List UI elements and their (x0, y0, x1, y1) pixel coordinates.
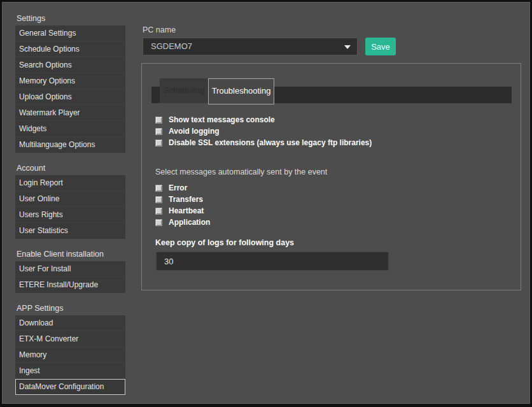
option-row: Disable SSL extensions (always use legac… (155, 137, 372, 148)
sidebar-item-ingest[interactable]: Ingest (15, 363, 125, 379)
sidebar-section-app-settings: APP Settings Download ETX-M Converter Me… (15, 304, 125, 395)
tab-scheduling[interactable]: Scheduling (160, 78, 208, 103)
sidebar-section-account: Account Login Report User Online Users R… (15, 164, 125, 239)
sidebar-item-multilanguage-options[interactable]: Multilanguage Options (15, 137, 125, 153)
sidebar-item-memory-options[interactable]: Memory Options (15, 73, 125, 89)
save-button[interactable]: Save (365, 38, 396, 55)
sidebar-section-title: Account (15, 164, 125, 173)
sidebar-list-client-install: User For Install ETERE Install/Upgrade (15, 261, 125, 293)
sidebar-item-widgets[interactable]: Widgets (15, 121, 125, 137)
message-option-row: Transfers (155, 194, 203, 205)
checkbox-error[interactable] (155, 185, 162, 192)
option-row: Avoid logging (155, 125, 220, 137)
sidebar-list-app-settings: Download ETX-M Converter Memory Ingest D… (15, 315, 125, 395)
pc-name-label: PC name (143, 25, 176, 34)
checkbox-label: Disable SSL extensions (always use legac… (169, 138, 372, 147)
sidebar-list-settings: General Settings Schedule Options Search… (15, 25, 125, 153)
sidebar-item-search-options[interactable]: Search Options (15, 57, 125, 73)
sidebar-section-settings: Settings General Settings Schedule Optio… (15, 14, 125, 153)
troubleshooting-panel: Scheduling Troubleshooting Show text mes… (141, 63, 521, 290)
checkbox-transfers[interactable] (155, 196, 162, 203)
checkbox-label: Transfers (169, 195, 203, 204)
checkbox-label: Application (169, 218, 210, 227)
sidebar-item-login-report[interactable]: Login Report (15, 175, 125, 191)
sidebar-item-etx-m-converter[interactable]: ETX-M Converter (15, 331, 125, 347)
sidebar-item-schedule-options[interactable]: Schedule Options (15, 41, 125, 57)
sidebar-item-user-online[interactable]: User Online (15, 191, 125, 207)
settings-window: Settings General Settings Schedule Optio… (2, 2, 530, 404)
keep-logs-days-input[interactable] (156, 252, 389, 271)
chevron-down-icon (344, 45, 351, 49)
sidebar-item-user-for-install[interactable]: User For Install (15, 261, 125, 277)
sidebar-section-title: Settings (15, 14, 125, 23)
sidebar-list-account: Login Report User Online Users Rights Us… (15, 175, 125, 239)
sidebar-item-upload-options[interactable]: Upload Options (15, 89, 125, 105)
checkbox-label: Show text messages console (169, 115, 275, 124)
sidebar-section-title: APP Settings (15, 304, 125, 313)
sidebar-item-datamover-configuration[interactable]: DataMover Configuration (15, 379, 125, 395)
sidebar-section-title: Enable Client installation (15, 250, 125, 259)
checkbox-label: Avoid logging (169, 127, 220, 136)
option-row: Show text messages console (155, 114, 275, 125)
message-option-row: Application (155, 217, 210, 228)
sidebar-item-watermark-player[interactable]: Watermark Player (15, 105, 125, 121)
tab-troubleshooting[interactable]: Troubleshooting (208, 78, 274, 104)
checkbox-avoid-logging[interactable] (155, 128, 162, 135)
checkbox-application[interactable] (155, 219, 162, 226)
checkbox-label: Heartbeat (169, 206, 204, 215)
checkbox-show-text-messages-console[interactable] (155, 117, 162, 124)
checkbox-label: Error (169, 183, 187, 192)
keep-logs-label: Keep copy of logs for following days (155, 238, 294, 247)
checkbox-heartbeat[interactable] (155, 208, 162, 215)
pc-name-value: SGDEMO7 (151, 38, 192, 55)
sidebar-item-memory[interactable]: Memory (15, 347, 125, 363)
pc-name-dropdown[interactable]: SGDEMO7 (143, 38, 358, 55)
message-option-row: Heartbeat (155, 205, 204, 217)
sidebar-item-general-settings[interactable]: General Settings (15, 25, 125, 41)
sidebar-item-etere-install-upgrade[interactable]: ETERE Install/Upgrade (15, 277, 125, 293)
sidebar-section-client-install: Enable Client installation User For Inst… (15, 250, 125, 293)
message-option-row: Error (155, 182, 187, 194)
sidebar-item-download[interactable]: Download (15, 315, 125, 331)
sidebar-item-users-rights[interactable]: Users Rights (15, 207, 125, 223)
messages-heading: Select messages automatically sent by th… (155, 168, 327, 176)
sidebar-item-user-statistics[interactable]: User Statistics (15, 223, 125, 239)
checkbox-disable-ssl-extensions[interactable] (155, 139, 162, 146)
